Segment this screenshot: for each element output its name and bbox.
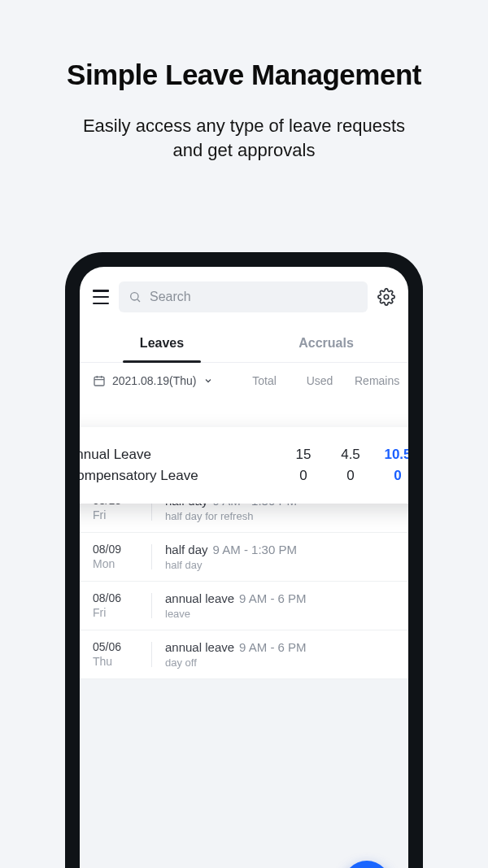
row-time: 9 AM - 1:30 PM	[213, 543, 297, 556]
row-date: 08/06	[93, 591, 138, 604]
balance-label: Compensatory Leave	[80, 468, 280, 484]
row-time: 9 AM - 6 PM	[239, 591, 307, 605]
menu-icon[interactable]	[91, 290, 111, 304]
row-date: 05/06	[93, 640, 138, 653]
leave-row[interactable]: 05/06Thu annual leave9 AM - 6 PM day off	[80, 630, 408, 679]
balance-total: 15	[280, 447, 327, 463]
promo-subtitle-line2: and get approvals	[173, 140, 316, 160]
row-dow: Mon	[93, 557, 138, 570]
promo-subtitle: Easily access any type of leave requests…	[0, 114, 488, 162]
search-input[interactable]: Search	[119, 281, 368, 312]
selected-date: 2021.08.19(Thu)	[112, 374, 197, 387]
row-time: 9 AM - 6 PM	[239, 640, 307, 654]
row-dow: Fri	[93, 508, 138, 521]
row-date: 08/09	[93, 543, 138, 556]
balance-total: 0	[280, 468, 327, 484]
row-note: day off	[165, 656, 395, 669]
leave-row[interactable]: 08/06Fri annual leave9 AM - 6 PM leave	[80, 582, 408, 630]
phone-frame: Search Leaves Accruals 2021.08.19(Thu) T…	[65, 252, 423, 868]
balance-row[interactable]: Annual Leave 15 4.5 10.5	[80, 447, 408, 463]
balance-remains: 0	[374, 468, 408, 484]
svg-line-1	[137, 299, 140, 302]
balance-popover: Annual Leave 15 4.5 10.5 Compensatory Le…	[80, 427, 408, 504]
summary-columns: Total Used Remains	[244, 374, 395, 387]
search-icon	[129, 290, 142, 303]
empty-area	[80, 679, 408, 868]
leave-list: 08/13Fri half day9 AM - 1:30 PM half day…	[80, 483, 408, 679]
phone-screen: Search Leaves Accruals 2021.08.19(Thu) T…	[80, 267, 408, 868]
balance-label: Annual Leave	[80, 447, 280, 463]
promo-subtitle-line1: Easily access any type of leave requests	[83, 116, 405, 136]
row-dow: Thu	[93, 655, 138, 668]
tab-leaves[interactable]: Leaves	[80, 324, 244, 362]
search-placeholder: Search	[150, 290, 191, 304]
promo-title: Simple Leave Management	[0, 59, 488, 91]
balance-row[interactable]: Compensatory Leave 0 0 0	[80, 468, 408, 484]
col-total: Total	[244, 374, 285, 387]
tab-accruals[interactable]: Accruals	[244, 324, 408, 362]
chevron-down-icon	[203, 376, 213, 386]
svg-point-0	[131, 293, 138, 300]
row-note: half day	[165, 559, 395, 571]
row-dow: Fri	[93, 606, 138, 619]
summary-header: 2021.08.19(Thu) Total Used Remains	[80, 363, 408, 395]
col-used: Used	[299, 374, 340, 387]
balance-remains: 10.5	[374, 447, 408, 463]
balance-used: 4.5	[327, 447, 374, 463]
settings-button[interactable]	[376, 286, 397, 308]
svg-point-2	[384, 294, 389, 299]
balance-used: 0	[327, 468, 374, 484]
row-type: annual leave	[165, 640, 234, 654]
col-remains: Remains	[355, 374, 395, 387]
row-note: leave	[165, 608, 395, 620]
row-note: half day for refresh	[165, 510, 395, 522]
calendar-icon	[93, 374, 106, 387]
top-bar: Search	[80, 267, 408, 324]
row-type: half day	[165, 543, 208, 556]
leave-row[interactable]: 08/09Mon half day9 AM - 1:30 PM half day	[80, 533, 408, 582]
row-type: annual leave	[165, 591, 234, 605]
svg-rect-3	[94, 377, 104, 386]
tab-bar: Leaves Accruals	[80, 324, 408, 363]
gear-icon	[377, 288, 395, 306]
date-selector[interactable]: 2021.08.19(Thu)	[93, 374, 213, 387]
